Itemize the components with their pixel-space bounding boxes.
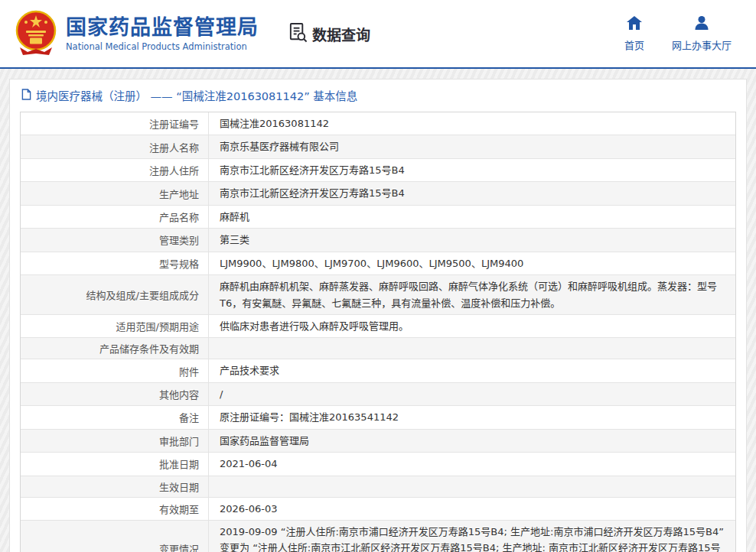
row-label: 产品名称 [21, 206, 209, 228]
table-row: 注册人名称 南京乐基医疗器械有限公司 [21, 135, 735, 158]
table-row: 产品储存条件及有效期 [21, 338, 735, 359]
table-row: 管理类别 第三类 [21, 229, 735, 252]
org-name-zh: 国家药品监督管理局 [66, 15, 259, 39]
table-row: 其他内容 / [21, 383, 735, 406]
document-icon [21, 89, 31, 102]
row-value: 国械注准20163081142 [209, 112, 735, 135]
row-label: 附件 [21, 359, 209, 382]
table-row: 生产地址 南京市江北新区经济开发区万寿路15号B4 [21, 182, 735, 205]
row-value [209, 338, 735, 359]
table-row: 结构及组成/主要组成成分 麻醉机由麻醉机机架、麻醉蒸发器、麻醉呼吸回路、麻醉气体… [21, 275, 735, 315]
row-label: 审批部门 [21, 430, 209, 452]
home-icon [627, 16, 642, 32]
nav-item-home[interactable]: 首页 [624, 16, 644, 52]
row-value: 国家药品监督管理局 [209, 430, 735, 452]
nav-item-service-hall[interactable]: 网上办事大厅 [672, 16, 732, 52]
table-row: 注册证编号 国械注准20163081142 [21, 112, 735, 135]
header-nav: 首页 网上办事大厅 [624, 16, 736, 52]
table-row: 批准日期 2021-06-04 [21, 453, 735, 476]
table-row: 生效日期 [21, 476, 735, 498]
table-row: 适用范围/预期用途 供临床对患者进行吸入麻醉及呼吸管理用。 [21, 315, 735, 338]
table-row: 变更情况 2019-09-09 “注册人住所:南京市浦口经济开发区万寿路15号B… [21, 521, 735, 552]
row-value: 2026-06-03 [209, 498, 735, 520]
data-query-tab[interactable]: 数据查询 [288, 22, 370, 46]
table-row: 审批部门 国家药品监督管理局 [21, 430, 735, 453]
data-query-icon [288, 22, 308, 46]
org-name-en: National Medical Products Administration [66, 41, 259, 52]
data-query-label: 数据查询 [312, 24, 370, 44]
row-value: 产品技术要求 [209, 359, 735, 382]
row-label: 型号规格 [21, 252, 209, 274]
row-label: 其他内容 [21, 383, 209, 405]
row-label: 生产地址 [21, 182, 209, 204]
row-label: 有效期至 [21, 498, 209, 520]
row-value: 供临床对患者进行吸入麻醉及呼吸管理用。 [209, 315, 735, 337]
row-label: 注册人名称 [21, 135, 209, 157]
row-label: 备注 [21, 406, 209, 428]
table-row: 附件 产品技术要求 [21, 359, 735, 382]
row-label: 注册人住所 [21, 159, 209, 181]
nav-item-label: 首页 [624, 37, 644, 52]
row-label: 注册证编号 [21, 112, 209, 135]
row-value: 南京市江北新区经济开发区万寿路15号B4 [209, 159, 735, 181]
row-value: 2021-06-04 [209, 453, 735, 475]
row-label: 结构及组成/主要组成成分 [21, 275, 209, 314]
header-divider [0, 67, 756, 69]
row-label: 变更情况 [21, 521, 209, 552]
table-row: 型号规格 LJM9900、LJM9800、LJM9700、LJM9600、LJM… [21, 252, 735, 275]
table-row: 产品名称 麻醉机 [21, 206, 735, 229]
org-title-block: 国家药品监督管理局 National Medical Products Admi… [66, 15, 259, 52]
table-row: 备注 原注册证编号：国械注准20163541142 [21, 406, 735, 429]
info-table: 注册证编号 国械注准20163081142 注册人名称 南京乐基医疗器械有限公司… [20, 112, 736, 552]
row-value: 南京乐基医疗器械有限公司 [209, 135, 735, 157]
row-value: / [209, 383, 735, 405]
table-row: 注册人住所 南京市江北新区经济开发区万寿路15号B4 [21, 159, 735, 182]
row-label: 管理类别 [21, 229, 209, 251]
nav-item-label: 网上办事大厅 [672, 37, 732, 52]
content-panel: 境内医疗器械（注册） —— “国械注准20163081142” 基本信息 注册证… [9, 79, 747, 552]
row-value: 麻醉机由麻醉机机架、麻醉蒸发器、麻醉呼吸回路、麻醉气体净化系统（可选）和麻醉呼吸… [209, 275, 735, 314]
page-title: 境内医疗器械（注册） —— “国械注准20163081142” 基本信息 [36, 87, 357, 103]
national-emblem-logo [15, 9, 57, 58]
row-label: 产品储存条件及有效期 [21, 338, 209, 359]
row-value: 原注册证编号：国械注准20163541142 [209, 406, 735, 428]
row-value: 南京市江北新区经济开发区万寿路15号B4 [209, 182, 735, 204]
table-row: 有效期至 2026-06-03 [21, 498, 735, 521]
page-title-bar: 境内医疗器械（注册） —— “国械注准20163081142” 基本信息 [10, 80, 746, 110]
row-label: 批准日期 [21, 453, 209, 475]
user-icon [694, 16, 709, 32]
site-header: 国家药品监督管理局 National Medical Products Admi… [0, 0, 756, 67]
row-label: 生效日期 [21, 476, 209, 497]
row-value: 麻醉机 [209, 206, 735, 228]
row-value: 第三类 [209, 229, 735, 251]
row-label: 适用范围/预期用途 [21, 315, 209, 337]
row-value [209, 476, 735, 497]
row-value: 2019-09-09 “注册人住所:南京市浦口经济开发区万寿路15号B4; 生产… [209, 521, 735, 552]
row-value: LJM9900、LJM9800、LJM9700、LJM9600、LJM9500、… [209, 252, 735, 274]
